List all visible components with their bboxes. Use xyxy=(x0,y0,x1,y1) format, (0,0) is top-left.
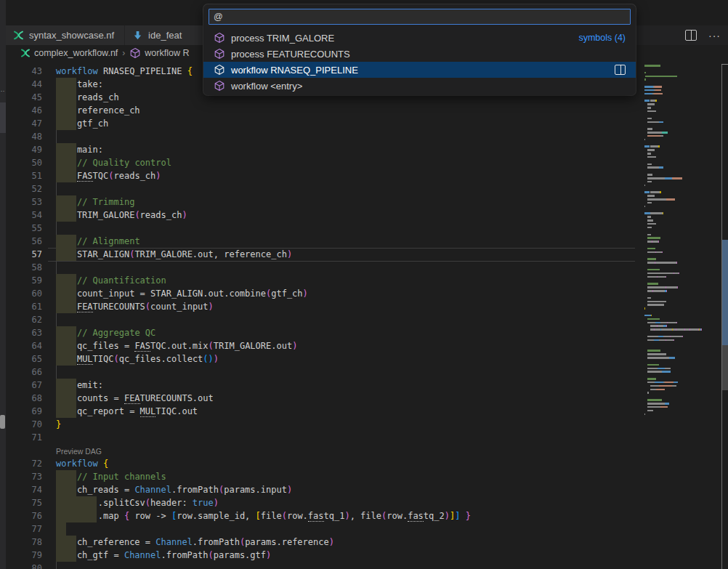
code-line[interactable]: 68 counts = FEATURECOUNTS.out xyxy=(6,392,645,405)
code-line[interactable]: 64 qc_files = FASTQC.out.mix(TRIM_GALORE… xyxy=(6,339,645,352)
line-number[interactable]: 51 xyxy=(6,169,42,182)
line-number[interactable]: 52 xyxy=(6,182,42,195)
code-line[interactable]: 57 STAR_ALIGN(TRIM_GALORE.out, reference… xyxy=(6,248,645,261)
quick-open-item[interactable]: process TRIM_GALOREsymbols (4) xyxy=(203,30,636,46)
code-lines[interactable]: 43workflow RNASEQ_PIPELINE {44 take:45 r… xyxy=(6,65,645,569)
line-number[interactable]: 80 xyxy=(6,562,42,569)
breadcrumb-file[interactable]: complex_workflow.nf xyxy=(34,48,118,58)
code-line[interactable]: 51 FASTQC(reads_ch) xyxy=(6,169,645,182)
line-number[interactable]: 55 xyxy=(6,222,42,235)
line-number[interactable]: 46 xyxy=(6,104,42,117)
line-number[interactable]: 77 xyxy=(6,522,42,536)
more-actions-icon[interactable]: ··· xyxy=(708,32,721,39)
code-line[interactable]: 77 xyxy=(6,522,645,536)
code-line[interactable]: 76 .map { row -> [row.sample_id, [file(r… xyxy=(6,509,645,522)
vscode-window: ‥ syntax_showcase.nf ide_feat ··· xyxy=(0,0,728,569)
quick-open-list: process TRIM_GALOREsymbols (4)process FE… xyxy=(203,30,636,94)
line-number[interactable]: 68 xyxy=(6,392,42,405)
tab-syntax-showcase[interactable]: syntax_showcase.nf xyxy=(6,25,124,45)
breadcrumb-symbol[interactable]: workflow R xyxy=(145,48,189,58)
code-line[interactable]: 59 // Quantification xyxy=(6,274,645,287)
code-line[interactable]: 50 // Quality control xyxy=(6,156,645,169)
code-line[interactable]: 47 gtf_ch xyxy=(6,117,645,130)
code-line[interactable]: 62 xyxy=(6,313,645,326)
code-line[interactable]: 69 qc_report = MULTIQC.out xyxy=(6,405,645,418)
line-number[interactable]: 67 xyxy=(6,379,42,392)
code-lens-preview-dag[interactable]: Preview DAG xyxy=(6,444,645,457)
line-number[interactable]: 53 xyxy=(6,195,42,209)
code-line[interactable]: 48 xyxy=(6,130,645,143)
quick-open-item[interactable]: workflow <entry> xyxy=(203,78,636,94)
code-line[interactable]: 58 xyxy=(6,261,645,274)
line-number[interactable]: 57 xyxy=(6,248,42,261)
code-line[interactable]: 49 main: xyxy=(6,143,645,156)
line-number[interactable]: 58 xyxy=(6,261,42,274)
line-number[interactable]: 66 xyxy=(6,366,42,379)
code-line[interactable]: 70} xyxy=(6,418,645,431)
line-number[interactable]: 62 xyxy=(6,313,42,326)
code-line[interactable]: 78 ch_reference = Channel.fromPath(param… xyxy=(6,536,645,549)
code-line[interactable]: 72workflow { xyxy=(6,457,645,470)
code-line[interactable]: 71 xyxy=(6,431,645,444)
line-number[interactable]: 61 xyxy=(6,300,42,313)
split-editor-icon[interactable] xyxy=(685,30,697,41)
line-number[interactable]: 49 xyxy=(6,143,42,156)
quick-open-item[interactable]: workflow RNASEQ_PIPELINE xyxy=(203,62,636,78)
quick-open-item-label: workflow RNASEQ_PIPELINE xyxy=(231,65,358,76)
line-number[interactable]: 79 xyxy=(6,549,42,562)
code-line[interactable]: 63 // Aggregate QC xyxy=(6,326,645,339)
code-line[interactable]: 56 // Alignment xyxy=(6,235,645,248)
line-number[interactable]: 44 xyxy=(6,78,42,91)
tab-ide-features[interactable]: ide_feat xyxy=(125,25,212,45)
line-number[interactable]: 45 xyxy=(6,91,42,104)
code-line[interactable]: 74 ch_reads = Channel.fromPath(params.in… xyxy=(6,483,645,496)
left-strip-scroll-thumb[interactable] xyxy=(0,415,5,429)
line-number[interactable]: 72 xyxy=(6,457,42,470)
line-number[interactable]: 78 xyxy=(6,536,42,549)
line-number[interactable]: 56 xyxy=(6,235,42,248)
code-line[interactable]: 80 xyxy=(6,562,645,569)
line-number[interactable]: 74 xyxy=(6,483,42,496)
line-number[interactable]: 54 xyxy=(6,209,42,222)
line-number[interactable]: 65 xyxy=(6,352,42,366)
line-number[interactable]: 75 xyxy=(6,496,42,509)
line-number[interactable]: 69 xyxy=(6,405,42,418)
right-panel-border-top xyxy=(721,64,728,65)
code-line[interactable]: 67 emit: xyxy=(6,379,645,392)
line-number[interactable]: 63 xyxy=(6,326,42,339)
line-number[interactable]: 50 xyxy=(6,156,42,169)
line-number[interactable]: 64 xyxy=(6,339,42,352)
code-line[interactable]: 79 ch_gtf = Channel.fromPath(params.gtf) xyxy=(6,549,645,562)
quick-open-input[interactable] xyxy=(209,9,631,25)
minimap[interactable] xyxy=(638,64,721,471)
line-number[interactable]: 71 xyxy=(6,431,42,444)
line-number[interactable]: 43 xyxy=(6,65,42,78)
scrollbar-thumb[interactable] xyxy=(722,240,728,345)
line-number[interactable]: 60 xyxy=(6,287,42,300)
quick-open-item[interactable]: process FEATURECOUNTS xyxy=(203,46,636,62)
line-number[interactable]: 70 xyxy=(6,418,42,431)
code-line[interactable]: 65 MULTIQC(qc_files.collect()) xyxy=(6,352,645,366)
code-line[interactable]: 46 reference_ch xyxy=(6,104,645,117)
code-line[interactable]: 53 // Trimming xyxy=(6,195,645,209)
nextflow-icon xyxy=(13,30,24,41)
code-line[interactable]: 60 count_input = STAR_ALIGN.out.combine(… xyxy=(6,287,645,300)
symbol-class-icon xyxy=(129,47,141,59)
code-editor[interactable]: 43workflow RNASEQ_PIPELINE {44 take:45 r… xyxy=(6,61,728,569)
open-to-side-icon[interactable] xyxy=(615,65,626,75)
code-line[interactable]: 66 xyxy=(6,366,645,379)
code-line[interactable]: 52 xyxy=(6,182,645,195)
quick-open-item-label: process FEATURECOUNTS xyxy=(231,49,350,60)
line-number[interactable]: 59 xyxy=(6,274,42,287)
code-line[interactable]: 73 // Input channels xyxy=(6,470,645,483)
line-number[interactable]: 47 xyxy=(6,117,42,130)
code-line[interactable]: 75 .splitCsv(header: true) xyxy=(6,496,645,509)
line-number[interactable]: 76 xyxy=(6,509,42,522)
code-line[interactable]: 61 FEATURECOUNTS(count_input) xyxy=(6,300,645,313)
line-number[interactable]: 48 xyxy=(6,130,42,143)
symbols-count-badge: symbols (4) xyxy=(578,33,626,43)
code-line[interactable]: 55 xyxy=(6,222,645,235)
code-line[interactable]: 54 TRIM_GALORE(reads_ch) xyxy=(6,209,645,222)
scrollbar-block[interactable] xyxy=(722,345,728,390)
line-number[interactable]: 73 xyxy=(6,470,42,483)
